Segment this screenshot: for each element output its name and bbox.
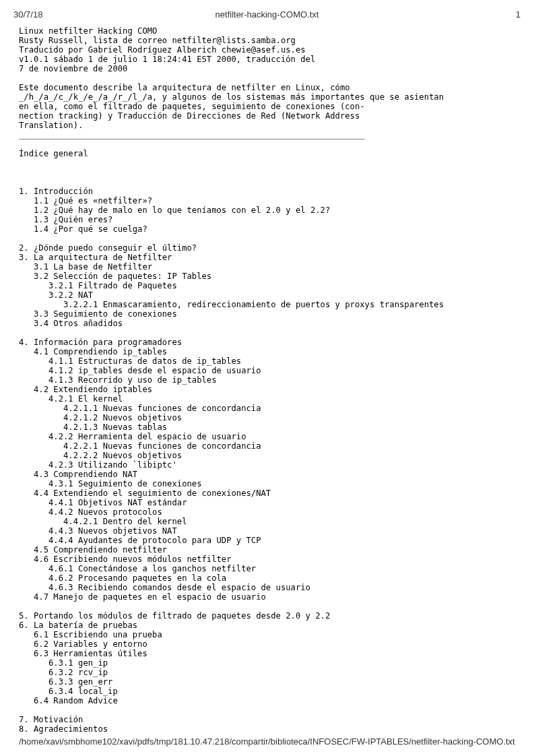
header-page: 1 [352,9,521,20]
header-title: netfilter-hacking-COMO.txt [182,9,352,20]
document-body: Linux netfilter Hacking COMO Rusty Russe… [0,24,534,734]
page-header: 30/7/18 netfilter-hacking-COMO.txt 1 [0,0,534,24]
footer-path: /home/xavi/smbhome102/xavi/pdfs/tmp/181.… [0,736,534,747]
header-date: 30/7/18 [13,9,182,20]
